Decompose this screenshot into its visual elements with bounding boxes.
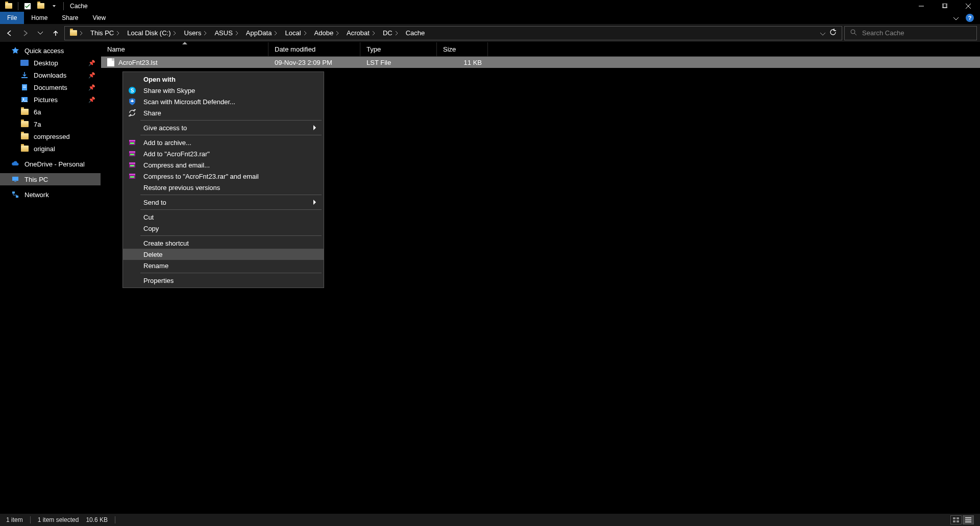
svg-rect-15: [14, 181, 16, 182]
sidebar-this-pc[interactable]: This PC: [0, 173, 101, 185]
address-bar[interactable]: This PC Local Disk (C:) Users ASUS AppDa…: [64, 26, 842, 40]
file-row[interactable]: AcroFnt23.lst 09-Nov-23 2:09 PM LST File…: [101, 57, 980, 68]
ctx-label: Delete: [143, 251, 163, 258]
ctx-rename[interactable]: Rename: [123, 260, 324, 271]
ribbon: File Home Share View ?: [0, 12, 980, 24]
sidebar-onedrive[interactable]: OneDrive - Personal: [0, 158, 101, 170]
current-folder-qat-icon[interactable]: [37, 2, 45, 10]
tab-view[interactable]: View: [85, 12, 113, 24]
status-item-count: 1 item: [6, 516, 23, 523]
ctx-delete[interactable]: Delete: [123, 249, 324, 260]
minimize-button[interactable]: [910, 0, 933, 12]
ctx-copy[interactable]: Copy: [123, 223, 324, 234]
svg-rect-3: [943, 4, 947, 8]
breadcrumb-root-icon[interactable]: [67, 30, 86, 36]
breadcrumb-item[interactable]: Cache: [403, 29, 428, 37]
sidebar-item-documents[interactable]: Documents 📌: [0, 81, 101, 93]
ctx-add-archive[interactable]: Add to archive...: [123, 137, 324, 148]
sidebar-quick-access[interactable]: Quick access: [0, 44, 101, 57]
winrar-icon: [128, 172, 136, 180]
sidebar-label: This PC: [24, 176, 48, 183]
maximize-button[interactable]: [933, 0, 957, 12]
recent-locations-button[interactable]: [34, 27, 47, 40]
ctx-label: Add to "AcroFnt23.rar": [143, 150, 210, 158]
sidebar-network[interactable]: Network: [0, 188, 101, 201]
breadcrumb-item[interactable]: This PC: [87, 29, 123, 37]
folder-icon: [20, 145, 29, 153]
properties-qat-icon[interactable]: [23, 2, 32, 10]
skype-icon: S: [128, 86, 136, 94]
ctx-create-shortcut[interactable]: Create shortcut: [123, 237, 324, 249]
ctx-cut[interactable]: Cut: [123, 211, 324, 223]
search-input[interactable]: Search Cache: [844, 26, 977, 40]
svg-rect-16: [12, 192, 15, 194]
sidebar-item-6a[interactable]: 6a: [0, 106, 101, 118]
ctx-label: Restore previous versions: [143, 184, 220, 192]
breadcrumb-label: DC: [383, 29, 393, 37]
breadcrumb-item[interactable]: ASUS: [211, 29, 241, 37]
column-size[interactable]: Size: [437, 42, 488, 56]
view-thumbnails-button[interactable]: [950, 515, 962, 524]
ctx-share[interactable]: Share: [123, 107, 324, 118]
breadcrumb-item[interactable]: Adobe: [311, 29, 343, 37]
ribbon-expand-icon[interactable]: [953, 13, 959, 22]
ctx-compress-email[interactable]: Compress and email...: [123, 159, 324, 171]
sidebar-item-desktop[interactable]: Desktop 📌: [0, 57, 101, 69]
close-button[interactable]: [957, 0, 980, 12]
sidebar-item-7a[interactable]: 7a: [0, 118, 101, 130]
tab-file[interactable]: File: [0, 12, 24, 24]
ctx-share-skype[interactable]: SShare with Skype: [123, 85, 324, 96]
folder-icon: [20, 132, 29, 140]
sidebar-label: Downloads: [34, 71, 66, 79]
ctx-send-to[interactable]: Send to: [123, 197, 324, 208]
refresh-icon[interactable]: [829, 29, 837, 38]
ctx-properties[interactable]: Properties: [123, 275, 324, 286]
ctx-compress-rar-email[interactable]: Compress to "AcroFnt23.rar" and email: [123, 171, 324, 182]
ctx-label: Properties: [143, 277, 174, 284]
column-type[interactable]: Type: [360, 42, 437, 56]
ctx-label: Compress to "AcroFnt23.rar" and email: [143, 173, 259, 180]
ctx-give-access[interactable]: Give access to: [123, 122, 324, 133]
ctx-add-rar[interactable]: Add to "AcroFnt23.rar": [123, 148, 324, 159]
column-name[interactable]: Name: [101, 42, 268, 56]
breadcrumb-item[interactable]: Users: [181, 29, 210, 37]
view-details-button[interactable]: [963, 515, 974, 524]
sidebar-item-compressed[interactable]: compressed: [0, 130, 101, 142]
sidebar-item-downloads[interactable]: Downloads 📌: [0, 69, 101, 81]
help-icon[interactable]: ?: [966, 14, 974, 22]
svg-rect-27: [130, 154, 134, 155]
sidebar-label: OneDrive - Personal: [24, 160, 85, 168]
breadcrumb-label: Local: [285, 29, 301, 37]
sidebar-label: Documents: [34, 84, 67, 91]
qat-divider-2: [63, 2, 64, 10]
column-date[interactable]: Date modified: [268, 42, 360, 56]
file-name: AcroFnt23.lst: [118, 59, 158, 66]
svg-point-13: [23, 99, 24, 100]
tab-share[interactable]: Share: [55, 12, 85, 24]
tab-home[interactable]: Home: [24, 12, 55, 24]
breadcrumb-item[interactable]: Local Disk (C:): [124, 29, 180, 37]
breadcrumb-item[interactable]: Local: [282, 29, 310, 37]
cloud-icon: [11, 160, 19, 168]
svg-rect-35: [957, 517, 959, 519]
svg-rect-17: [16, 196, 18, 198]
breadcrumb-item[interactable]: AppData: [243, 29, 281, 37]
breadcrumb-item[interactable]: DC: [380, 29, 402, 37]
breadcrumb-label: This PC: [90, 29, 114, 37]
breadcrumb-item[interactable]: Acrobat: [344, 29, 379, 37]
sidebar-label: 6a: [34, 108, 41, 116]
ctx-scan-defender[interactable]: Scan with Microsoft Defender...: [123, 96, 324, 107]
forward-button[interactable]: [18, 27, 32, 40]
back-button[interactable]: [3, 27, 16, 40]
ctx-open-with[interactable]: Open with: [123, 74, 324, 85]
address-dropdown-icon[interactable]: [820, 29, 825, 38]
downloads-icon: [20, 71, 29, 79]
pin-icon: 📌: [88, 72, 95, 79]
sidebar-item-original[interactable]: original: [0, 142, 101, 155]
svg-rect-37: [957, 520, 959, 522]
sidebar-item-pictures[interactable]: Pictures 📌: [0, 93, 101, 106]
up-button[interactable]: [49, 27, 62, 40]
qat-dropdown[interactable]: [50, 2, 58, 10]
folder-icon: [20, 120, 29, 128]
ctx-restore-versions[interactable]: Restore previous versions: [123, 182, 324, 193]
